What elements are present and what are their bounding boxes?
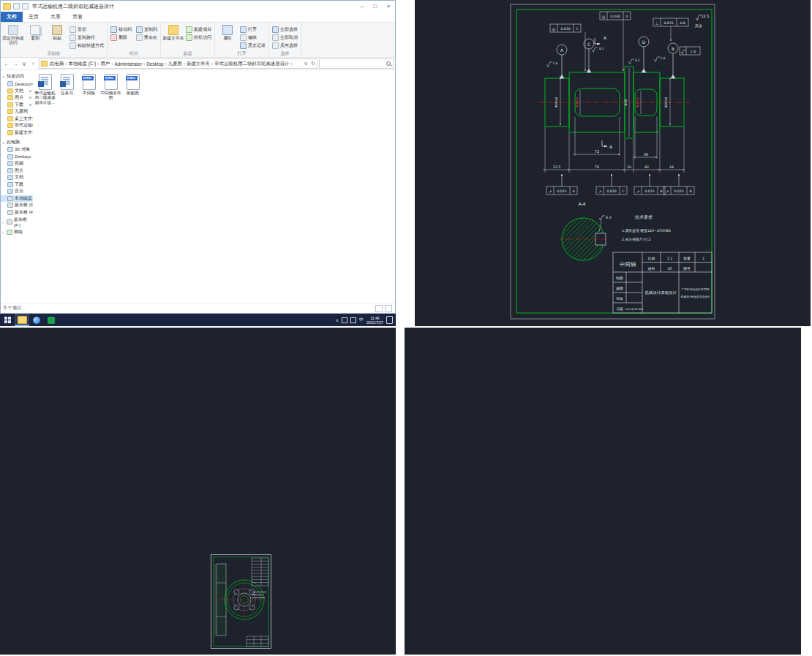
search-input[interactable] (319, 59, 394, 69)
tab-view[interactable]: 查看 (67, 12, 89, 22)
invert-selection-button[interactable]: 反向选择 (271, 42, 299, 50)
delete-button[interactable]: 删除 (109, 34, 133, 42)
sidebar-item-pc-pictures[interactable]: 图片 (1, 167, 33, 175)
file-item-design-doc[interactable]: 带式运输机用二级减速器设计说明书 (34, 74, 56, 105)
sidebar-item-downloads[interactable]: 下载 (1, 102, 33, 109)
volume-tray-icon[interactable] (350, 317, 356, 323)
paste-shortcut-button[interactable]: 粘贴快捷方式 (68, 42, 105, 50)
tab-share[interactable]: 共享 (45, 12, 67, 22)
sidebar-item-pc-desktop[interactable]: Desktop (1, 154, 33, 161)
sidebar-item-local-disk-c[interactable]: 本地磁盘 (C:) (1, 195, 33, 203)
history-icon (240, 42, 247, 49)
taskbar-browser[interactable] (29, 314, 44, 326)
open-button[interactable]: 打开 (238, 26, 267, 34)
crumb-current-folder[interactable]: 带式运输机用二级斜齿轮减速器设计 (214, 61, 290, 67)
edit-button[interactable]: 编辑 (238, 34, 267, 42)
taskbar-green-app[interactable] (44, 314, 59, 326)
history-button[interactable]: 历史记录 (238, 42, 267, 50)
details-view-icon[interactable] (375, 305, 383, 312)
sidebar-item-pc-documents[interactable]: 文档 (1, 174, 33, 181)
section-volume-f[interactable]: ›新加卷 (F:) (1, 218, 33, 226)
sidebar-item-pc-downloads[interactable]: 下载 (1, 181, 33, 189)
tolerance-frames (550, 12, 700, 71)
tab-home[interactable]: 主页 (23, 12, 45, 22)
svg-text:数量: 数量 (683, 257, 691, 260)
svg-text:C: C (587, 42, 590, 47)
move-to-button[interactable]: 移动到 (109, 26, 133, 34)
svg-text:C: C (576, 27, 578, 31)
easy-access-button[interactable]: 轻松访问 (184, 34, 213, 42)
paste-button[interactable]: 粘贴 (46, 23, 68, 50)
shaft-part-drawing: Φ30k6 Φ38r6 Φ45 Φ35r6 Φ30k6 A C D (415, 0, 811, 326)
dwg-file-icon: DWG (127, 74, 140, 90)
crumb-users[interactable]: 用户 (99, 61, 110, 67)
mini-gear-drawing (210, 554, 272, 649)
recent-locations-button[interactable]: ∨ (20, 61, 29, 67)
sidebar-item-pictures[interactable]: 图片 (1, 94, 33, 102)
mini-title-block (247, 636, 268, 646)
sidebar-item-videos[interactable]: 视频 (1, 160, 33, 167)
new-folder-button[interactable]: 新建文件夹 (162, 23, 184, 50)
section-network[interactable]: ›网络 (1, 228, 33, 236)
breadcrumb[interactable]: 此电脑› 本地磁盘 (C:)› 用户› Administrator› Deskt… (39, 59, 317, 69)
sidebar-item-3d-objects[interactable]: 3D 对象 (1, 146, 33, 154)
close-button[interactable]: × (382, 1, 395, 12)
sidebar-item-documents[interactable]: 文档 (1, 88, 33, 95)
sidebar-item-jiuxiatu[interactable]: 九夏图 (1, 108, 33, 116)
tray-chevron-up-icon[interactable]: ∧ (336, 317, 339, 323)
sidebar-item-new-folder[interactable]: 新建文件夹 (1, 129, 33, 137)
maximize-button[interactable]: □ (369, 1, 382, 12)
copy-path-button[interactable]: 复制路径 (68, 34, 105, 42)
word-document-icon (61, 74, 74, 90)
file-item-shaft-part-dwg[interactable]: DWG 中间轴零件图 (100, 74, 121, 100)
qat-dropdown-icon[interactable] (22, 3, 29, 10)
ribbon-group-new: 新建文件夹 新建项目 轻松访问 新建 (161, 23, 215, 57)
cut-button[interactable]: 剪切 (68, 26, 105, 34)
select-all-button[interactable]: 全部选择 (271, 26, 299, 34)
action-center-icon[interactable] (386, 316, 393, 324)
taskbar-file-explorer[interactable] (15, 314, 29, 326)
pin-to-quick-access-button[interactable]: 固定到快速访问 (2, 23, 24, 50)
sidebar-item-desktop[interactable]: Desktop (1, 80, 33, 88)
sidebar-item-folder2[interactable]: 桌上文件夹 (1, 116, 33, 123)
refresh-icon[interactable]: ↻ (309, 61, 317, 67)
start-button[interactable] (0, 314, 15, 326)
properties-button[interactable]: 属性 (217, 23, 238, 50)
file-item-task-doc[interactable]: 任务书 (56, 74, 78, 95)
sidebar-item-music[interactable]: 音乐 (1, 188, 33, 195)
section-this-pc[interactable]: ∨此电脑 (1, 138, 33, 146)
file-item-shaft-dwg[interactable]: DWG 中间轴 (78, 74, 99, 95)
sidebar-item-folder3[interactable]: 带式运输机大图纸 (1, 122, 33, 129)
file-item-assembly-dwg[interactable]: DWG 装配图 (122, 74, 143, 95)
back-button[interactable]: ← (2, 61, 11, 67)
new-item-button[interactable]: 新建项目 (184, 26, 213, 34)
crumb-c-drive[interactable]: 本地磁盘 (C:) (67, 61, 97, 67)
ime-indicator[interactable]: 中 (359, 317, 364, 323)
address-dropdown-icon[interactable]: ∨ (302, 61, 309, 67)
clock[interactable]: 11:462021/7/27 (366, 316, 383, 325)
svg-text:◎: ◎ (552, 27, 556, 31)
select-none-button[interactable]: 全部取消 (271, 34, 299, 42)
qat-icon[interactable] (13, 3, 20, 10)
thumbnails-view-icon[interactable] (385, 305, 392, 312)
up-button[interactable]: ↑ (29, 61, 37, 67)
files-pane[interactable]: 带式运输机用二级减速器设计说明书 任务书 DWG 中间轴 DWG 中间轴零件图 … (33, 70, 395, 303)
minimize-button[interactable]: – (356, 1, 369, 12)
network-tray-icon[interactable] (342, 317, 347, 323)
sidebar-item-volume-d[interactable]: 新加卷 (D:) (1, 202, 33, 209)
section-quick-access[interactable]: ∨快速访问 (1, 72, 33, 80)
svg-text:1:1: 1:1 (667, 257, 673, 260)
quick-access-toolbar[interactable] (13, 3, 29, 10)
crumb-jiuxiatu[interactable]: 九夏图 (168, 61, 183, 67)
rename-button[interactable]: 重命名 (135, 34, 159, 42)
school-name: 广东机电职业技术学院 (682, 287, 710, 291)
crumb-this-pc[interactable]: 此电脑 (49, 61, 64, 67)
crumb-desktop[interactable]: Desktop (146, 61, 164, 67)
copy-to-button[interactable]: 复制到 (135, 26, 159, 34)
crumb-new-folder[interactable]: 新建文件夹 (186, 61, 211, 67)
sidebar-item-volume-f[interactable]: 新加卷 (F:) (1, 209, 33, 216)
tab-file[interactable]: 文件 (1, 12, 23, 22)
crumb-administrator[interactable]: Administrator (113, 61, 143, 67)
forward-button[interactable]: → (11, 61, 20, 67)
copy-button[interactable]: 复制 (24, 23, 46, 50)
